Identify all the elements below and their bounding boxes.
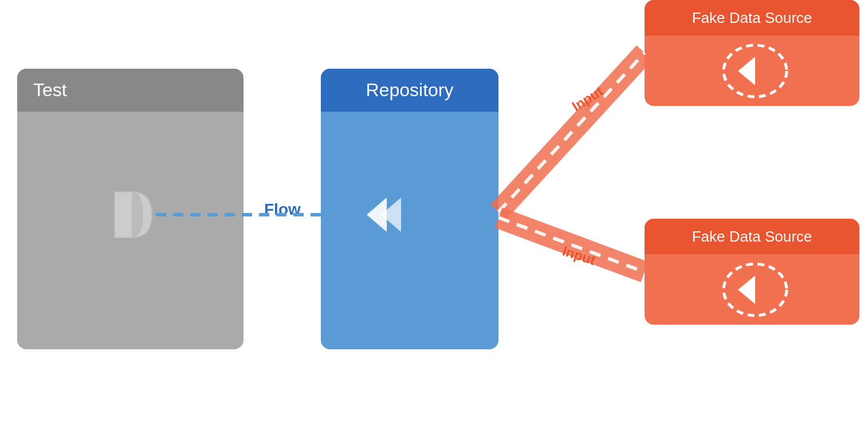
flow-label: Flow bbox=[264, 200, 301, 219]
svg-marker-1 bbox=[738, 57, 755, 85]
test-title: Test bbox=[33, 80, 67, 101]
port-shape bbox=[112, 189, 155, 240]
input-label-bottom: Input bbox=[560, 243, 597, 268]
input-band-bottom bbox=[498, 218, 645, 272]
input-label-top: Input bbox=[569, 83, 606, 114]
fds-bottom-title: Fake Data Source bbox=[692, 228, 812, 246]
repository-title: Repository bbox=[366, 80, 454, 101]
fds-bottom-header: Fake Data Source bbox=[645, 219, 859, 254]
repository-header: Repository bbox=[321, 69, 498, 112]
fds-bottom-body bbox=[645, 254, 859, 325]
fds-block-bottom: Fake Data Source bbox=[645, 219, 859, 325]
fds-top-header: Fake Data Source bbox=[645, 0, 859, 36]
input-band-top bbox=[498, 53, 645, 212]
fds-top-body bbox=[645, 36, 859, 106]
repository-block: Repository bbox=[321, 69, 498, 349]
test-header: Test bbox=[17, 69, 243, 112]
canvas: Test Repository Fake Data Source bbox=[0, 0, 868, 422]
input-dashes-top bbox=[498, 53, 645, 212]
fds-top-title: Fake Data Source bbox=[692, 9, 812, 27]
input-dashes-bottom bbox=[498, 218, 645, 272]
svg-marker-3 bbox=[738, 275, 755, 304]
fds-block-top: Fake Data Source bbox=[645, 0, 859, 106]
